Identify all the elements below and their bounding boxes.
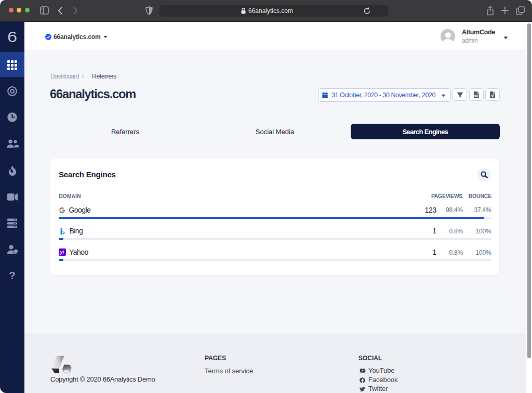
svg-text:y!: y! — [60, 250, 64, 255]
svg-text:CSV: CSV — [475, 94, 478, 96]
